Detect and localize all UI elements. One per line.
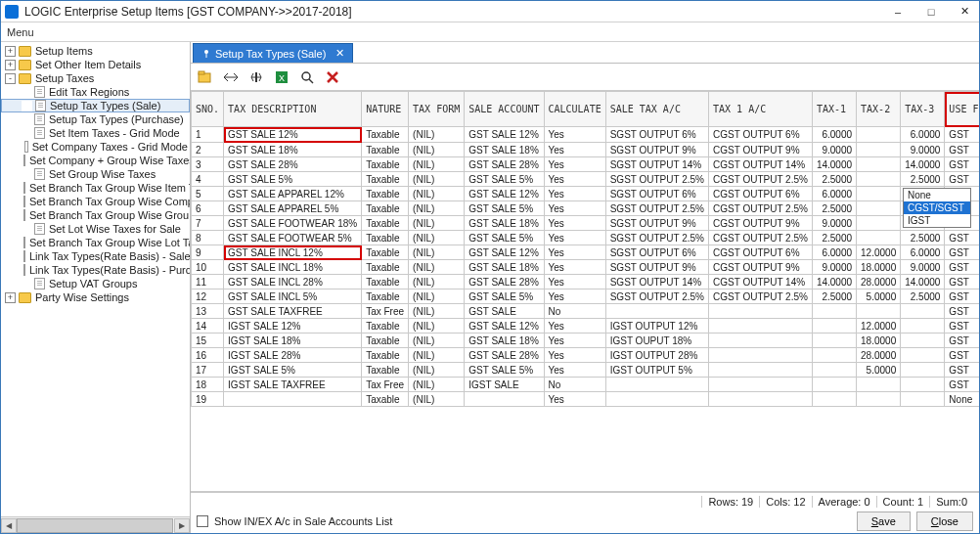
cell[interactable] (857, 143, 901, 157)
sidebar-scrollbar[interactable]: ◀ ▶ (1, 516, 190, 533)
cell[interactable] (709, 363, 813, 378)
menu-item[interactable]: Menu (7, 26, 34, 38)
sidebar-item[interactable]: Set Branch Tax Group Wise Grou... (1, 208, 190, 222)
cell[interactable]: (NIL) (409, 289, 465, 304)
cell[interactable]: Yes (544, 348, 605, 363)
cell[interactable] (857, 157, 901, 172)
cell[interactable]: 5.0000 (857, 289, 901, 304)
cell[interactable]: GST SALE 12% (465, 245, 544, 260)
cell[interactable]: GST (945, 157, 979, 172)
cell[interactable]: None (945, 392, 979, 407)
cell[interactable]: GST SALE 28% (465, 157, 544, 172)
cell[interactable]: IGST SALE 18% (224, 334, 362, 348)
cell[interactable]: GST SALE 18% (465, 143, 544, 157)
cell[interactable]: Taxable (362, 231, 409, 245)
table-row[interactable]: 15IGST SALE 18%Taxable(NIL)GST SALE 18%Y… (192, 334, 980, 348)
cell[interactable]: 12 (192, 289, 224, 304)
cell[interactable] (857, 378, 901, 392)
cell[interactable]: Taxable (362, 127, 409, 143)
cell[interactable]: GST SALE 5% (224, 172, 362, 187)
cell[interactable]: 14.0000 (901, 157, 945, 172)
cell[interactable]: GST SALE 12% (224, 127, 362, 143)
cell[interactable]: GST SALE 12% (465, 127, 544, 143)
table-row[interactable]: 5GST SALE APPAREL 12%Taxable(NIL)GST SAL… (192, 187, 980, 201)
cell[interactable] (605, 392, 708, 407)
cell[interactable]: 2.5000 (812, 201, 856, 216)
cell[interactable] (857, 304, 901, 319)
cell[interactable]: GST SALE 12% (465, 319, 544, 334)
cell[interactable]: 5 (192, 187, 224, 201)
cell[interactable]: 6.0000 (901, 127, 945, 143)
sidebar-item[interactable]: Set Branch Tax Group Wise Item T... (1, 181, 190, 195)
cell[interactable]: Taxable (362, 363, 409, 378)
column-header[interactable]: TAX DESCRIPTION (224, 92, 362, 127)
cell[interactable]: CGST OUTPUT 14% (709, 157, 813, 172)
cell[interactable]: 17 (192, 363, 224, 378)
cell[interactable]: CGST OUTPUT 2.5% (709, 172, 813, 187)
cell[interactable]: 6.0000 (812, 187, 856, 201)
cell[interactable] (709, 378, 813, 392)
cell[interactable]: 28.0000 (857, 275, 901, 289)
close-button[interactable]: Close (916, 512, 973, 531)
cell[interactable]: 2.5000 (901, 231, 945, 245)
cell[interactable]: 13 (192, 304, 224, 319)
cell[interactable]: Yes (544, 231, 605, 245)
column-header[interactable]: USE FOR GST (945, 92, 979, 127)
scroll-track[interactable] (17, 518, 174, 533)
cell[interactable]: IGST SALE 5% (224, 363, 362, 378)
cell[interactable]: GST SALE 5% (465, 201, 544, 216)
cell[interactable]: GST SALE INCL 18% (224, 260, 362, 275)
cell[interactable]: 9.0000 (812, 260, 856, 275)
cell[interactable]: IGST OUPUT 18% (605, 334, 708, 348)
cell[interactable]: GST SALE INCL 28% (224, 275, 362, 289)
cell[interactable]: SGST OUTPUT 14% (605, 275, 708, 289)
sidebar-item[interactable]: Set Company Taxes - Grid Mode (1, 140, 190, 154)
dropdown-option[interactable]: CGST/SGST (904, 201, 970, 214)
cell[interactable]: 18 (192, 378, 224, 392)
cell[interactable]: Yes (544, 143, 605, 157)
cell[interactable]: Yes (544, 172, 605, 187)
scroll-right-button[interactable]: ▶ (174, 518, 190, 533)
sidebar-item[interactable]: Setup Tax Types (Sale) (1, 99, 190, 112)
cell[interactable]: 2.5000 (901, 172, 945, 187)
cell[interactable]: (NIL) (409, 157, 465, 172)
sidebar-item[interactable]: +Party Wise Settings (1, 290, 190, 304)
cell[interactable]: GST SALE INCL 12% (224, 245, 362, 260)
sidebar-item[interactable]: +Setup Items (1, 44, 190, 58)
cell[interactable] (812, 304, 856, 319)
cell[interactable] (901, 334, 945, 348)
cell[interactable] (812, 392, 856, 407)
table-row[interactable]: 9GST SALE INCL 12%Taxable(NIL)GST SALE 1… (192, 245, 980, 260)
dropdown-option[interactable]: IGST (904, 214, 970, 227)
cell[interactable]: 2 (192, 143, 224, 157)
cell[interactable] (812, 363, 856, 378)
cell[interactable]: 11 (192, 275, 224, 289)
cell[interactable]: GST SALE FOOTWEAR 5% (224, 231, 362, 245)
table-row[interactable]: 14IGST SALE 12%Taxable(NIL)GST SALE 12%Y… (192, 319, 980, 334)
cell[interactable]: 6 (192, 201, 224, 216)
cell[interactable]: GST SALE (465, 304, 544, 319)
table-row[interactable]: 13GST SALE TAXFREETax Free(NIL)GST SALEN… (192, 304, 980, 319)
cell[interactable] (901, 319, 945, 334)
cell[interactable]: SGST OUTPUT 9% (605, 260, 708, 275)
cell[interactable]: Taxable (362, 143, 409, 157)
cell[interactable]: GST SALE 12% (465, 187, 544, 201)
cell[interactable]: 2.5000 (812, 172, 856, 187)
cell[interactable]: SGST OUTPUT 9% (605, 216, 708, 231)
cell[interactable]: Yes (544, 363, 605, 378)
cell[interactable]: CGST OUTPUT 9% (709, 260, 813, 275)
cell[interactable] (812, 334, 856, 348)
cell[interactable]: 14.0000 (901, 275, 945, 289)
open-icon[interactable] (195, 67, 216, 88)
cell[interactable] (857, 172, 901, 187)
cell[interactable]: 6.0000 (901, 245, 945, 260)
tab-close-icon[interactable]: ✕ (335, 47, 344, 60)
cell[interactable]: 18.0000 (857, 260, 901, 275)
cell[interactable]: CGST OUTPUT 2.5% (709, 201, 813, 216)
cell[interactable]: 9.0000 (901, 260, 945, 275)
cell[interactable]: Yes (544, 392, 605, 407)
cell[interactable]: GST (945, 231, 979, 245)
cell[interactable]: 14 (192, 319, 224, 334)
cell[interactable]: GST SALE FOOTWEAR 18% (224, 216, 362, 231)
maximize-button[interactable]: □ (920, 3, 942, 21)
